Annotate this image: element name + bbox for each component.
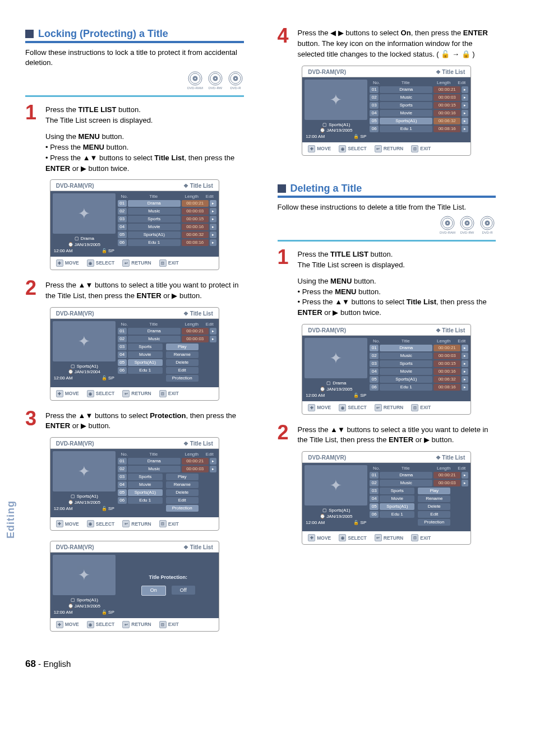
- disc-rw-icon: DVD-RW: [459, 216, 476, 235]
- screenshot-locking-5: DVD-RAM(VR)❖ Title List ✦ ▢ Sports(A1) ⌚…: [278, 66, 496, 156]
- screenshot-deleting-1: DVD-RAM(VR)❖ Title List ✦ ▢ Drama ⌚ JAN/…: [278, 324, 496, 414]
- page-footer: 68 - English: [25, 658, 496, 670]
- accent-line: [25, 95, 244, 97]
- screenshot-deleting-2: DVD-RAM(VR)❖ Title List ✦ ▢ Sports(A1) ⌚…: [278, 451, 496, 545]
- disc-ram-icon: DVD-RAM: [187, 71, 204, 90]
- left-column: Locking (Protecting) a Title Follow thes…: [25, 28, 244, 642]
- ctx-protection: Protection: [166, 375, 199, 382]
- disc-ram-icon: DVD-RAM: [439, 216, 456, 235]
- locking-step-2: 2 Press the ▲▼ buttons to select a title…: [25, 280, 244, 302]
- step-number-3: 3: [25, 411, 40, 432]
- step-number-1: 1: [25, 105, 40, 126]
- ctx-edit: Edit: [166, 367, 199, 374]
- screenshot-locking-4: DVD-RAM(VR)❖ Title List ✦ ▢ Sports(A1) ⌚…: [25, 541, 244, 631]
- svg-text:DVD-R: DVD-R: [230, 86, 241, 90]
- step-3-body: Press the ▲▼ buttons to select Protectio…: [45, 411, 244, 432]
- locking-step-1-sub: Using the MENU button. Press the MENU bu…: [45, 132, 244, 174]
- title-protection-label: Title Protection:: [149, 574, 187, 580]
- deleting-step-1-sub: Using the MENU button. Press the MENU bu…: [298, 276, 496, 318]
- heading-deleting: Deleting a Title: [290, 183, 362, 194]
- step-4-body: Press the ◀ ▶ buttons to select On, then…: [298, 28, 496, 60]
- deleting-step-1: 1 Press the TITLE LIST button. The Title…: [278, 249, 496, 271]
- page-number: 68: [25, 658, 36, 669]
- disc-compat-row: DVD-RAM DVD-RW DVD-R: [25, 71, 244, 92]
- step-number-1: 1: [278, 249, 292, 271]
- disc-r-icon: DVD-R: [227, 71, 244, 90]
- accent-line: [278, 240, 496, 242]
- protection-off-button[interactable]: Off: [172, 586, 195, 595]
- osd-device: DVD-RAM(VR): [56, 183, 94, 189]
- section-bullet-icon: [25, 30, 34, 38]
- step-number-4: 4: [278, 28, 292, 60]
- screenshot-locking-3: DVD-RAM(VR)❖ Title List ✦ ▢ Sports(A1) ⌚…: [25, 437, 244, 531]
- side-tab-editing: Editing: [5, 500, 17, 539]
- ctx-rename: Rename: [166, 351, 199, 358]
- disc-rw-icon: DVD-RW: [207, 71, 224, 90]
- deleting-intro: Follow these instructions to delete a ti…: [278, 202, 496, 212]
- right-column: 4 Press the ◀ ▶ buttons to select On, th…: [278, 28, 496, 642]
- ctx-delete: Delete: [166, 359, 199, 366]
- deleting-step-2: 2 Press the ▲▼ buttons to select a title…: [278, 425, 496, 446]
- svg-text:DVD-R: DVD-R: [482, 231, 494, 234]
- locking-step-1: 1 Press the TITLE LIST button. The Title…: [25, 105, 244, 126]
- page-lang: English: [43, 659, 71, 669]
- svg-text:DVD-RAM: DVD-RAM: [440, 231, 455, 234]
- locking-step-3: 3 Press the ▲▼ buttons to select Protect…: [25, 411, 244, 432]
- disc-compat-row-2: DVD-RAM DVD-RW DVD-R: [278, 216, 496, 236]
- section-bullet-icon: [278, 184, 286, 193]
- osd-header-right: ❖ Title List: [183, 183, 213, 189]
- screenshot-locking-2: DVD-RAM(VR)❖ Title List ✦ ▢ Sports(A1) ⌚…: [25, 307, 244, 401]
- protection-on-button[interactable]: On: [141, 586, 166, 596]
- svg-text:DVD-RW: DVD-RW: [460, 231, 474, 234]
- step-number-2: 2: [278, 425, 292, 446]
- section-locking-title: Locking (Protecting) a Title: [25, 28, 244, 43]
- locking-intro: Follow these instructions to lock a titl…: [25, 48, 244, 68]
- ctx-play: Play: [166, 344, 199, 350]
- step-1-body: Press the TITLE LIST button. The Title L…: [45, 105, 153, 126]
- svg-text:DVD-RAM: DVD-RAM: [187, 86, 203, 90]
- lock-transition-icon: 🔓 → 🔒: [441, 50, 470, 58]
- screenshot-locking-1: DVD-RAM(VR) ❖ Title List ✦ ▢ Drama ⌚ JAN…: [25, 179, 244, 270]
- section-deleting-title: Deleting a Title: [278, 183, 496, 198]
- step-number-2: 2: [25, 280, 40, 302]
- disc-r-icon: DVD-R: [479, 216, 496, 235]
- thumbnail-icon: ✦: [78, 205, 90, 222]
- locking-step-4: 4 Press the ◀ ▶ buttons to select On, th…: [278, 28, 496, 60]
- heading-locking: Locking (Protecting) a Title: [38, 28, 168, 40]
- step-2-body: Press the ▲▼ buttons to select a title y…: [45, 280, 244, 302]
- svg-text:DVD-RW: DVD-RW: [209, 86, 223, 90]
